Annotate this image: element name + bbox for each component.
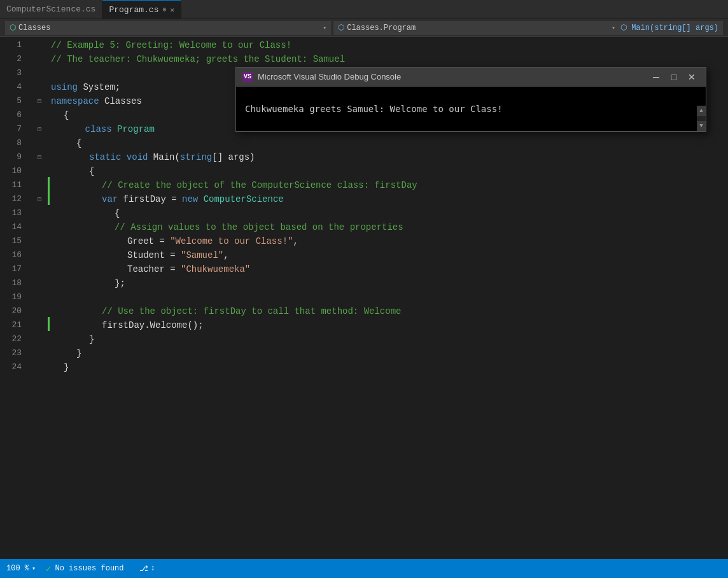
green-bar-12 [48,191,50,205]
tab-computerscience[interactable]: ComputerScience.cs [0,0,102,18]
code-line-12-firstday: firstDay = [118,192,182,206]
debug-scrollbar: ▲ ▼ [697,106,706,131]
collapse-5[interactable]: ⊟ [32,94,47,108]
collapse-8 [32,136,47,150]
code-line-11: // Create the object of the ComputerScie… [51,178,728,192]
code-line-24: } [51,360,728,374]
code-line-11-comment: // Create the object of the ComputerScie… [102,178,417,192]
line-num-24: 24 [0,360,27,374]
line-num-16: 16 [0,248,27,262]
tab-label-computerscience: ComputerScience.cs [6,4,95,14]
debug-titlebar: VS Microsoft Visual Studio Debug Console… [236,67,706,87]
code-line-1: // Example 5: Greeting: Welcome to our C… [51,38,728,52]
code-line-5-classes: Classes [99,94,142,108]
collapse-1 [32,38,47,52]
breadcrumb-right[interactable]: ⬡ Classes.Program ▾ ⬡ Main(string[] args… [333,21,723,35]
line-num-14: 14 [0,220,27,234]
code-line-10-brace: { [51,164,94,178]
debug-minimize-button[interactable]: ─ [648,70,664,84]
code-line-13-brace: { [51,206,120,220]
collapse-21 [32,318,47,332]
code-line-22: } [51,332,728,346]
code-line-23-brace: } [51,346,81,360]
line-num-8: 8 [0,136,27,150]
code-line-1-text: // Example 5: Greeting: Welcome to our C… [51,38,291,52]
code-line-9-static: static [89,150,121,164]
code-line-8: { [51,136,728,150]
code-line-22-brace: } [51,332,94,346]
collapse-9[interactable]: ⊟ [32,150,47,164]
code-line-2-text: // The teacher: Chukwuemeka; greets the … [51,52,345,66]
code-line-19 [51,290,728,304]
breadcrumb-left[interactable]: ⬡ Classes ▾ [5,21,331,35]
collapse-icon-5[interactable]: ⊟ [35,97,44,105]
tab-program[interactable]: Program.cs ⊕ ✕ [102,0,181,18]
code-line-9-space1 [121,150,126,164]
zoom-dropdown-icon: ▾ [32,565,36,572]
code-line-5-namespace: namespace [51,94,99,108]
code-line-4-using: using [51,80,78,94]
collapse-icon-9[interactable]: ⊟ [35,153,44,161]
collapse-19 [32,290,47,304]
code-line-15: Greet = "Welcome to our Class!" , [51,234,728,248]
code-line-12-new: new [182,192,198,206]
collapse-18 [32,276,47,290]
code-line-2: // The teacher: Chukwuemeka; greets the … [51,52,728,66]
line-num-18: 18 [0,276,27,290]
code-line-13: { [51,206,728,220]
vs-icon: VS [242,72,253,82]
code-line-17-value: "Chukwuemeka" [181,262,250,276]
line-num-19: 19 [0,290,27,304]
collapse-14 [32,220,47,234]
debug-scroll-down-btn[interactable]: ▼ [697,121,706,131]
code-line-21: firstDay.Welcome(); [51,318,728,332]
classes-icon: ⬡ [10,23,16,32]
code-line-9-void: void [127,150,148,164]
tab-close-button[interactable]: ✕ [170,6,174,14]
code-line-14: // Assign values to the object based on … [51,220,728,234]
code-line-10: { [51,164,728,178]
code-line-4-system: System; [78,80,120,94]
code-line-9-string: string [180,150,212,164]
collapse-4 [32,80,47,94]
status-bar: 100 % ▾ ✓ No issues found ⎇ ↕ [0,559,728,578]
line-num-22: 22 [0,332,27,346]
git-branch-icon: ⎇ [139,564,148,574]
debug-window-controls: ─ □ ✕ [648,70,699,84]
collapse-20 [32,304,47,318]
code-line-9: static void Main( string [] args) [51,150,728,164]
namespace-icon: ⬡ [338,23,344,32]
line-num-13: 13 [0,206,27,220]
chevron-down-icon: ▾ [323,24,326,32]
code-line-23: } [51,346,728,360]
green-bar-21 [48,317,50,331]
collapse-12[interactable]: ⊟ [32,192,47,206]
line-num-9: 9 [0,150,27,164]
debug-close-button[interactable]: ✕ [684,70,699,84]
code-line-15-comma: , [293,234,298,248]
status-issues[interactable]: ✓ No issues found [46,563,123,574]
debug-scroll-up-btn[interactable]: ▲ [697,106,706,116]
code-line-17-teacher: Teacher = [127,262,181,276]
line-num-10: 10 [0,164,27,178]
line-num-7: 7 [0,122,27,136]
code-line-17: Teacher = "Chukwuemeka" [51,262,728,276]
collapse-icon-12[interactable]: ⊟ [35,195,44,203]
collapse-7[interactable]: ⊟ [32,122,47,136]
collapse-area: ⊟ ⊟ ⊟ ⊟ [32,37,47,559]
chevron-down-right-icon: ▾ [612,24,615,32]
code-line-6-brace: { [51,108,69,122]
status-issues-text: No issues found [55,564,123,573]
collapse-17 [32,262,47,276]
line-num-1: 1 [0,38,27,52]
status-zoom[interactable]: 100 % ▾ [6,564,36,573]
collapse-icon-7[interactable]: ⊟ [35,125,44,133]
collapse-22 [32,332,47,346]
debug-restore-button[interactable]: □ [666,70,682,84]
collapse-2 [32,52,47,66]
line-num-5: 5 [0,94,27,108]
line-numbers: 1 2 3 4 5 6 7 8 9 10 11 12 13 14 15 16 1… [0,37,32,559]
line-num-4: 4 [0,80,27,94]
status-git-area[interactable]: ⎇ ↕ [139,564,155,574]
debug-output-text: Chukwuemeka greets Samuel: Welcome to ou… [245,104,503,114]
